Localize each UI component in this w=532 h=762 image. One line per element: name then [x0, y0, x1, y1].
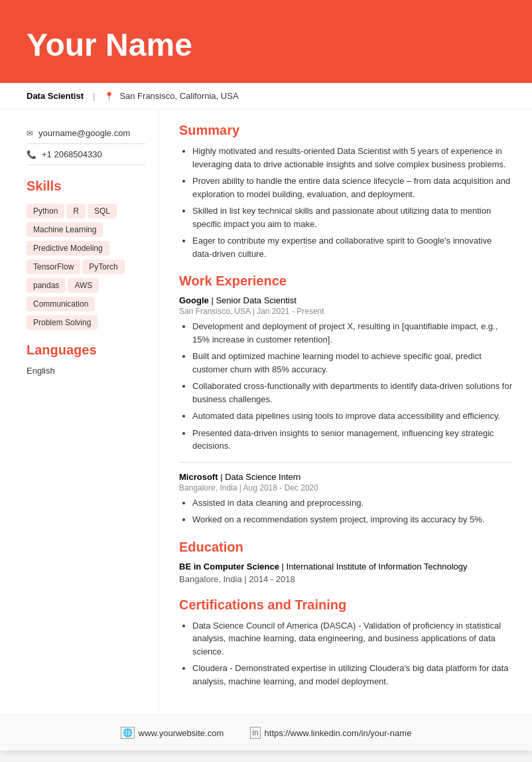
- email-item: ✉ yourname@google.com: [27, 123, 145, 144]
- education-degree: BE in Computer Science | International I…: [179, 562, 512, 572]
- cert-bullet: Data Science Council of America (DASCA) …: [192, 619, 512, 658]
- job-location-date: San Fransisco, USA | Jan 2021 - Present: [179, 307, 512, 316]
- language-item: English: [27, 366, 145, 376]
- skill-tag: Problem Solving: [27, 315, 98, 330]
- institution-label: |: [282, 562, 287, 572]
- summary-heading: Summary: [179, 123, 512, 138]
- skills-tags-container: PythonRSQLMachine LearningPredictive Mod…: [27, 202, 145, 332]
- linkedin-item: in https://www.linkedin.com/in/your-name: [250, 727, 411, 739]
- languages-heading: Languages: [27, 343, 145, 358]
- job-entry: Google | Senior Data ScientistSan Fransi…: [179, 295, 512, 463]
- main-content: ✉ yourname@google.com 📞 +1 2068504330 Sk…: [0, 110, 532, 714]
- job-company: Google: [179, 295, 209, 305]
- phone-value: +1 2068504330: [42, 149, 102, 159]
- skill-tag: R: [66, 204, 86, 218]
- job-divider: [179, 462, 512, 463]
- job-title: Data Science Intern: [225, 472, 300, 482]
- education-location: Bangalore, India | 2014 - 2018: [179, 574, 512, 584]
- job-company: Microsoft: [179, 472, 218, 482]
- skill-tag: Communication: [27, 297, 95, 311]
- job-bullet: Collaborated cross-functionally with dep…: [192, 380, 512, 406]
- separator: |: [93, 91, 95, 101]
- job-bullets: Development and deployment of project X,…: [179, 320, 512, 453]
- job-header: Microsoft | Data Science Intern: [179, 472, 512, 482]
- content-area: Summary Highly motivated and results-ori…: [159, 110, 532, 714]
- languages-section: Languages English: [27, 343, 145, 376]
- sidebar: ✉ yourname@google.com 📞 +1 2068504330 Sk…: [0, 110, 159, 714]
- summary-bullet: Highly motivated and results-oriented Da…: [192, 145, 512, 171]
- skill-tag: PyTorch: [82, 260, 124, 274]
- job-bullets: Assisted in data cleaning and preprocess…: [179, 496, 512, 526]
- skills-section: Skills PythonRSQLMachine LearningPredict…: [27, 179, 145, 332]
- summary-bullet: Skilled in list key technical skills and…: [192, 204, 512, 230]
- resume-header: Your Name: [0, 0, 532, 83]
- skill-tag: Machine Learning: [27, 222, 103, 237]
- work-experience-heading: Work Experience: [179, 273, 512, 289]
- linkedin-url: https://www.linkedin.com/in/your-name: [265, 728, 412, 738]
- education-heading: Education: [179, 540, 512, 555]
- job-bullet: Development and deployment of project X,…: [192, 320, 512, 346]
- skills-heading: Skills: [27, 179, 145, 194]
- website-item: 🌐 www.yourwebsite.com: [121, 727, 224, 739]
- phone-icon: 📞: [27, 150, 36, 159]
- jobs-container: Google | Senior Data ScientistSan Fransi…: [179, 295, 512, 526]
- email-icon: ✉: [27, 129, 33, 138]
- degree-bold: BE in Computer Science: [179, 562, 279, 572]
- skill-tag: SQL: [88, 204, 117, 218]
- job-bullet: Presented data-driven insights to senior…: [192, 427, 512, 453]
- languages-list: English: [27, 366, 145, 376]
- job-bullet: Built and optimized machine learning mod…: [192, 350, 512, 376]
- resume-container: Your Name Data Scientist | 📍 San Fransis…: [0, 0, 532, 751]
- footer: 🌐 www.yourwebsite.com in https://www.lin…: [0, 714, 532, 751]
- job-entry: Microsoft | Data Science InternBangalore…: [179, 472, 512, 526]
- phone-item: 📞 +1 2068504330: [27, 144, 145, 165]
- skill-tag: Python: [27, 204, 64, 218]
- linkedin-icon: in: [250, 727, 260, 739]
- skill-tag: Predictive Modeling: [27, 241, 109, 256]
- job-bullet: Automated data pipelines using tools to …: [192, 410, 512, 423]
- job-bullet: Worked on a recommendation system projec…: [192, 513, 512, 526]
- name-heading: Your Name: [27, 27, 505, 63]
- job-sep: |: [220, 472, 222, 482]
- website-icon: 🌐: [121, 727, 135, 739]
- website-url: www.yourwebsite.com: [139, 728, 224, 738]
- skill-tag: AWS: [68, 278, 99, 293]
- skill-tag: pandas: [27, 278, 66, 293]
- skill-tag: TensorFlow: [27, 260, 80, 274]
- contact-section: ✉ yourname@google.com 📞 +1 2068504330: [27, 123, 145, 165]
- job-header: Google | Senior Data Scientist: [179, 295, 512, 305]
- work-experience-section: Work Experience Google | Senior Data Sci…: [179, 273, 512, 526]
- job-location-date: Bangalore, India | Aug 2018 - Dec 2020: [179, 483, 512, 493]
- job-sep: |: [211, 295, 213, 305]
- summary-bullet: Proven ability to handle the entire data…: [192, 175, 512, 200]
- location-label: San Fransisco, California, USA: [119, 91, 238, 101]
- certifications-heading: Certifications and Training: [179, 597, 512, 613]
- job-title-label: Data Scientist: [27, 91, 84, 101]
- job-bullet: Assisted in data cleaning and preprocess…: [192, 496, 512, 510]
- institution-name: International Institute of Information T…: [287, 562, 468, 572]
- cert-bullet: Cloudera - Demonstrated expertise in uti…: [192, 662, 512, 688]
- summary-section: Summary Highly motivated and results-ori…: [179, 123, 512, 260]
- certifications-section: Certifications and Training Data Science…: [179, 597, 512, 688]
- summary-bullets: Highly motivated and results-oriented Da…: [179, 145, 512, 260]
- education-section: Education BE in Computer Science | Inter…: [179, 540, 512, 584]
- email-value: yourname@google.com: [38, 128, 130, 138]
- job-title: Senior Data Scientist: [216, 295, 296, 305]
- location-icon: 📍: [104, 92, 114, 101]
- certifications-bullets: Data Science Council of America (DASCA) …: [179, 619, 512, 688]
- subheader-bar: Data Scientist | 📍 San Fransisco, Califo…: [0, 83, 532, 110]
- summary-bullet: Eager to contribute my expertise and col…: [192, 234, 512, 260]
